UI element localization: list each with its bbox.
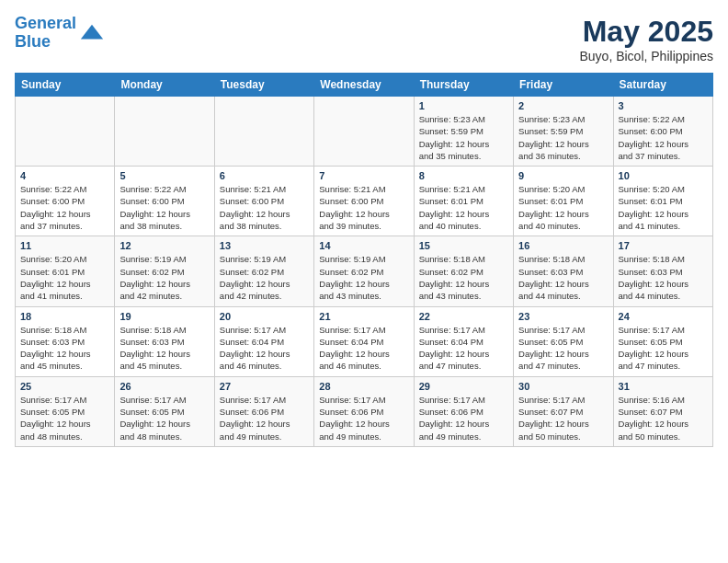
logo: GeneralBlue <box>15 15 105 52</box>
calendar-cell: 17Sunrise: 5:18 AM Sunset: 6:03 PM Dayli… <box>613 236 712 306</box>
calendar-cell: 22Sunrise: 5:17 AM Sunset: 6:04 PM Dayli… <box>414 306 513 376</box>
day-info: Sunrise: 5:22 AM Sunset: 6:00 PM Dayligh… <box>119 183 209 232</box>
calendar-week-row: 18Sunrise: 5:18 AM Sunset: 6:03 PM Dayli… <box>16 306 713 376</box>
svg-marker-0 <box>81 24 103 39</box>
calendar-cell: 13Sunrise: 5:19 AM Sunset: 6:02 PM Dayli… <box>214 236 313 306</box>
calendar-week-row: 25Sunrise: 5:17 AM Sunset: 6:05 PM Dayli… <box>16 376 713 446</box>
calendar-cell: 12Sunrise: 5:19 AM Sunset: 6:02 PM Dayli… <box>115 236 214 306</box>
calendar-cell: 28Sunrise: 5:17 AM Sunset: 6:06 PM Dayli… <box>314 376 414 446</box>
day-number: 30 <box>518 381 608 392</box>
calendar-cell: 11Sunrise: 5:20 AM Sunset: 6:01 PM Dayli… <box>16 236 115 306</box>
day-number: 17 <box>619 240 708 251</box>
day-number: 21 <box>319 311 408 322</box>
day-number: 9 <box>518 170 608 181</box>
day-info: Sunrise: 5:17 AM Sunset: 6:05 PM Dayligh… <box>518 324 608 373</box>
calendar-cell: 16Sunrise: 5:18 AM Sunset: 6:03 PM Dayli… <box>514 236 613 306</box>
logo-icon <box>79 20 105 46</box>
day-info: Sunrise: 5:17 AM Sunset: 6:06 PM Dayligh… <box>220 394 309 442</box>
calendar-cell: 29Sunrise: 5:17 AM Sunset: 6:06 PM Dayli… <box>414 376 513 446</box>
day-info: Sunrise: 5:20 AM Sunset: 6:01 PM Dayligh… <box>518 183 608 232</box>
calendar-cell: 20Sunrise: 5:17 AM Sunset: 6:04 PM Dayli… <box>214 306 313 376</box>
day-number: 24 <box>619 311 708 322</box>
day-info: Sunrise: 5:17 AM Sunset: 6:04 PM Dayligh… <box>319 324 408 373</box>
day-info: Sunrise: 5:20 AM Sunset: 6:01 PM Dayligh… <box>20 253 109 302</box>
day-number: 18 <box>20 311 109 322</box>
day-number: 8 <box>419 170 508 181</box>
day-info: Sunrise: 5:20 AM Sunset: 6:01 PM Dayligh… <box>619 183 708 232</box>
calendar-cell: 24Sunrise: 5:17 AM Sunset: 6:05 PM Dayli… <box>613 306 712 376</box>
day-info: Sunrise: 5:21 AM Sunset: 6:00 PM Dayligh… <box>220 183 309 232</box>
day-number: 3 <box>619 100 708 111</box>
calendar-cell: 6Sunrise: 5:21 AM Sunset: 6:00 PM Daylig… <box>214 167 313 236</box>
day-info: Sunrise: 5:17 AM Sunset: 6:05 PM Dayligh… <box>619 324 708 373</box>
calendar-cell: 21Sunrise: 5:17 AM Sunset: 6:04 PM Dayli… <box>314 306 414 376</box>
day-number: 2 <box>518 100 608 111</box>
weekday-header-row: SundayMondayTuesdayWednesdayThursdayFrid… <box>16 74 713 97</box>
day-number: 16 <box>518 240 608 251</box>
day-info: Sunrise: 5:23 AM Sunset: 5:59 PM Dayligh… <box>518 113 608 162</box>
day-number: 13 <box>220 240 309 251</box>
day-info: Sunrise: 5:17 AM Sunset: 6:07 PM Dayligh… <box>518 394 608 442</box>
calendar-cell <box>115 97 214 167</box>
calendar-week-row: 11Sunrise: 5:20 AM Sunset: 6:01 PM Dayli… <box>16 236 713 306</box>
calendar-cell: 5Sunrise: 5:22 AM Sunset: 6:00 PM Daylig… <box>115 167 214 236</box>
page-subtitle: Buyo, Bicol, Philippines <box>579 49 713 63</box>
day-number: 12 <box>119 240 209 251</box>
day-number: 29 <box>419 381 508 392</box>
day-number: 7 <box>319 170 408 181</box>
weekday-header: Thursday <box>414 74 513 97</box>
day-number: 31 <box>619 381 708 392</box>
weekday-header: Sunday <box>16 74 115 97</box>
day-info: Sunrise: 5:17 AM Sunset: 6:06 PM Dayligh… <box>419 394 508 442</box>
day-info: Sunrise: 5:19 AM Sunset: 6:02 PM Dayligh… <box>220 253 309 302</box>
day-number: 27 <box>220 381 309 392</box>
calendar-cell: 26Sunrise: 5:17 AM Sunset: 6:05 PM Dayli… <box>115 376 214 446</box>
day-number: 4 <box>20 170 109 181</box>
calendar-cell: 14Sunrise: 5:19 AM Sunset: 6:02 PM Dayli… <box>314 236 414 306</box>
day-number: 11 <box>20 240 109 251</box>
day-number: 6 <box>220 170 309 181</box>
weekday-header: Monday <box>115 74 214 97</box>
day-number: 19 <box>119 311 209 322</box>
calendar-cell: 1Sunrise: 5:23 AM Sunset: 5:59 PM Daylig… <box>414 97 513 167</box>
day-info: Sunrise: 5:21 AM Sunset: 6:00 PM Dayligh… <box>319 183 408 232</box>
day-number: 14 <box>319 240 408 251</box>
calendar-cell: 25Sunrise: 5:17 AM Sunset: 6:05 PM Dayli… <box>16 376 115 446</box>
day-number: 25 <box>20 381 109 392</box>
day-number: 5 <box>119 170 209 181</box>
calendar-cell: 9Sunrise: 5:20 AM Sunset: 6:01 PM Daylig… <box>514 167 613 236</box>
calendar-cell: 4Sunrise: 5:22 AM Sunset: 6:00 PM Daylig… <box>16 167 115 236</box>
calendar-cell: 10Sunrise: 5:20 AM Sunset: 6:01 PM Dayli… <box>613 167 712 236</box>
calendar-week-row: 4Sunrise: 5:22 AM Sunset: 6:00 PM Daylig… <box>16 167 713 236</box>
day-info: Sunrise: 5:22 AM Sunset: 6:00 PM Dayligh… <box>20 183 109 232</box>
day-info: Sunrise: 5:18 AM Sunset: 6:03 PM Dayligh… <box>20 324 109 373</box>
day-info: Sunrise: 5:18 AM Sunset: 6:03 PM Dayligh… <box>518 253 608 302</box>
logo-text: GeneralBlue <box>15 15 76 52</box>
calendar-cell: 2Sunrise: 5:23 AM Sunset: 5:59 PM Daylig… <box>514 97 613 167</box>
calendar-week-row: 1Sunrise: 5:23 AM Sunset: 5:59 PM Daylig… <box>16 97 713 167</box>
day-info: Sunrise: 5:23 AM Sunset: 5:59 PM Dayligh… <box>419 113 508 162</box>
day-info: Sunrise: 5:17 AM Sunset: 6:06 PM Dayligh… <box>319 394 408 442</box>
weekday-header: Friday <box>514 74 613 97</box>
calendar-cell: 15Sunrise: 5:18 AM Sunset: 6:02 PM Dayli… <box>414 236 513 306</box>
day-info: Sunrise: 5:18 AM Sunset: 6:02 PM Dayligh… <box>419 253 508 302</box>
calendar-cell: 7Sunrise: 5:21 AM Sunset: 6:00 PM Daylig… <box>314 167 414 236</box>
calendar-cell: 8Sunrise: 5:21 AM Sunset: 6:01 PM Daylig… <box>414 167 513 236</box>
calendar-cell: 18Sunrise: 5:18 AM Sunset: 6:03 PM Dayli… <box>16 306 115 376</box>
calendar-cell: 27Sunrise: 5:17 AM Sunset: 6:06 PM Dayli… <box>214 376 313 446</box>
calendar-cell: 3Sunrise: 5:22 AM Sunset: 6:00 PM Daylig… <box>613 97 712 167</box>
day-info: Sunrise: 5:19 AM Sunset: 6:02 PM Dayligh… <box>119 253 209 302</box>
day-number: 28 <box>319 381 408 392</box>
calendar-cell: 30Sunrise: 5:17 AM Sunset: 6:07 PM Dayli… <box>514 376 613 446</box>
day-info: Sunrise: 5:17 AM Sunset: 6:05 PM Dayligh… <box>20 394 109 442</box>
day-info: Sunrise: 5:17 AM Sunset: 6:04 PM Dayligh… <box>419 324 508 373</box>
day-info: Sunrise: 5:18 AM Sunset: 6:03 PM Dayligh… <box>619 253 708 302</box>
page-title: May 2025 <box>579 15 713 49</box>
day-number: 23 <box>518 311 608 322</box>
weekday-header: Wednesday <box>314 74 414 97</box>
day-info: Sunrise: 5:22 AM Sunset: 6:00 PM Dayligh… <box>619 113 708 162</box>
calendar-cell: 31Sunrise: 5:16 AM Sunset: 6:07 PM Dayli… <box>613 376 712 446</box>
day-number: 22 <box>419 311 508 322</box>
day-number: 10 <box>619 170 708 181</box>
day-info: Sunrise: 5:19 AM Sunset: 6:02 PM Dayligh… <box>319 253 408 302</box>
